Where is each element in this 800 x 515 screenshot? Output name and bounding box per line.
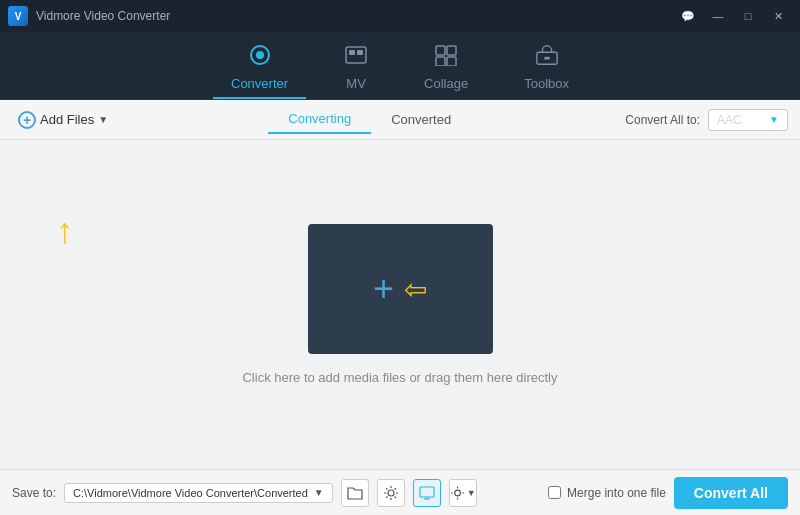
- nav-tab-toolbox[interactable]: Toolbox: [496, 36, 597, 99]
- svg-point-1: [256, 51, 264, 59]
- svg-rect-8: [447, 57, 456, 66]
- nav-tab-collage-label: Collage: [424, 76, 468, 91]
- toolbar: + Add Files ▼ ↑ Converting Converted Con…: [0, 100, 800, 140]
- save-to-label: Save to:: [12, 486, 56, 500]
- app-title: Vidmore Video Converter: [36, 9, 674, 23]
- app-icon: V: [8, 6, 28, 26]
- merge-checkbox[interactable]: [548, 486, 561, 499]
- svg-rect-4: [357, 50, 363, 55]
- minimize-button[interactable]: —: [704, 6, 732, 26]
- tab-converting[interactable]: Converting: [268, 105, 371, 134]
- add-files-button[interactable]: + Add Files ▼: [12, 107, 114, 133]
- drop-zone[interactable]: + ⇦: [308, 224, 493, 354]
- drop-hint: Click here to add media files or drag th…: [242, 370, 557, 385]
- maximize-button[interactable]: □: [734, 6, 762, 26]
- svg-rect-2: [346, 47, 366, 63]
- arrow-up-annotation: ↑: [56, 210, 74, 252]
- folder-icon-button[interactable]: [341, 479, 369, 507]
- svg-rect-5: [436, 46, 445, 55]
- collage-icon: [434, 44, 458, 72]
- add-files-dropdown-icon: ▼: [98, 114, 108, 125]
- close-button[interactable]: ✕: [764, 6, 792, 26]
- svg-rect-12: [420, 487, 434, 497]
- add-icon: +: [18, 111, 36, 129]
- drop-plus-icon: +: [373, 271, 394, 307]
- tab-converted[interactable]: Converted: [371, 105, 471, 134]
- content-tabs-wrapper: Converting Converted: [122, 105, 617, 134]
- bottom-bar: Save to: C:\Vidmore\Vidmore Video Conver…: [0, 469, 800, 515]
- chat-button[interactable]: 💬: [674, 6, 702, 26]
- convert-all-format-selector[interactable]: AAC ▼: [708, 109, 788, 131]
- app-wrapper: V Vidmore Video Converter 💬 — □ ✕ Conver…: [0, 0, 800, 515]
- nav-tab-collage[interactable]: Collage: [396, 36, 496, 99]
- nav-tab-mv[interactable]: MV: [316, 36, 396, 99]
- toolbox-icon: [535, 44, 559, 72]
- nav-tab-mv-label: MV: [346, 76, 366, 91]
- svg-rect-7: [436, 57, 445, 66]
- save-path-dropdown-icon: ▼: [314, 487, 324, 498]
- svg-rect-3: [349, 50, 355, 55]
- nav-tab-converter[interactable]: Converter: [203, 36, 316, 99]
- converter-icon: [248, 44, 272, 72]
- save-path-value: C:\Vidmore\Vidmore Video Converter\Conve…: [73, 487, 308, 499]
- merge-checkbox-wrapper: Merge into one file: [548, 486, 666, 500]
- save-path-box[interactable]: C:\Vidmore\Vidmore Video Converter\Conve…: [64, 483, 333, 503]
- main-content: + ⇦ Click here to add media files or dra…: [0, 140, 800, 469]
- gear-dropdown-button[interactable]: ▼: [449, 479, 477, 507]
- main-nav: Converter MV Collage: [0, 32, 800, 100]
- convert-all-button[interactable]: Convert All: [674, 477, 788, 509]
- convert-all-to-label: Convert All to:: [625, 113, 700, 127]
- content-area: + Add Files ▼ ↑ Converting Converted Con…: [0, 100, 800, 515]
- format-dropdown-icon: ▼: [769, 114, 779, 125]
- svg-rect-6: [447, 46, 456, 55]
- settings-icon-button[interactable]: [377, 479, 405, 507]
- convert-all-format-value: AAC: [717, 113, 742, 127]
- nav-tab-converter-label: Converter: [231, 76, 288, 91]
- svg-point-11: [388, 490, 394, 496]
- nav-tab-toolbox-label: Toolbox: [524, 76, 569, 91]
- mv-icon: [344, 44, 368, 72]
- svg-rect-10: [544, 57, 550, 60]
- merge-label: Merge into one file: [567, 486, 666, 500]
- display-icon-button[interactable]: [413, 479, 441, 507]
- add-files-label: Add Files: [40, 112, 94, 127]
- svg-point-15: [454, 490, 460, 496]
- title-bar: V Vidmore Video Converter 💬 — □ ✕: [0, 0, 800, 32]
- drop-arrow-icon: ⇦: [404, 273, 427, 306]
- window-controls: 💬 — □ ✕: [674, 6, 792, 26]
